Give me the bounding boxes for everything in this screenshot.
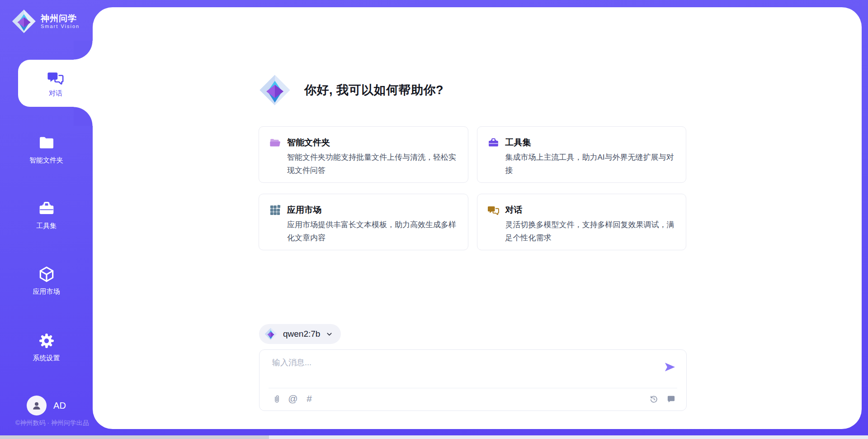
brand-logo[interactable]: 神州问学 Smart Vision — [12, 9, 80, 33]
hashtag-icon[interactable]: # — [304, 393, 315, 404]
sidebar-item-toolset[interactable]: 工具集 — [0, 200, 93, 230]
card-title: 对话 — [505, 203, 676, 217]
feature-cards: 智能文件夹 智能文件夹功能支持批量文件上传与清洗，轻松实现文件问答 工具集 集成… — [259, 126, 686, 250]
toolbox-icon — [38, 200, 56, 218]
sidebar-item-app-market[interactable]: 应用市场 — [0, 265, 93, 296]
send-icon — [664, 361, 676, 373]
chat-icon — [487, 204, 500, 216]
greeting-text: 你好, 我可以如何帮助你? — [304, 82, 443, 98]
card-title: 工具集 — [505, 136, 676, 149]
sidebar-item-label: 智能文件夹 — [29, 156, 63, 165]
sidebar-item-label: 对话 — [49, 89, 62, 98]
main-panel: 你好, 我可以如何帮助你? 智能文件夹 智能文件夹功能支持批量文件上传与清洗，轻… — [93, 7, 862, 429]
brand-subtitle: Smart Vision — [41, 24, 80, 29]
sidebar-item-label: 系统设置 — [33, 354, 60, 363]
sidebar-item-label: 应用市场 — [33, 287, 60, 296]
card-chat[interactable]: 对话 灵活切换多模型文件，支持多样回复效果调试，满足个性化需求 — [477, 194, 687, 250]
avatar — [27, 396, 47, 415]
tab-fillet-top — [74, 41, 93, 60]
card-app-market[interactable]: 应用市场 应用市场提供丰富长文本模板，助力高效生成多样化文章内容 — [259, 194, 468, 250]
card-description: 灵活切换多模型文件，支持多样回复效果调试，满足个性化需求 — [505, 218, 676, 244]
grid-cube-icon — [269, 204, 281, 216]
card-description: 集成市场上主流工具，助力AI与外界无缝扩展与对接 — [505, 151, 676, 177]
window-bottom-edge — [0, 435, 868, 439]
sidebar-item-smart-folder[interactable]: 智能文件夹 — [0, 134, 93, 165]
card-toolset[interactable]: 工具集 集成市场上主流工具，助力AI与外界无缝扩展与对接 — [477, 126, 687, 183]
chat-panel-icon[interactable] — [665, 393, 676, 404]
model-name: qwen2:7b — [283, 329, 320, 339]
brand-diamond-icon — [12, 9, 36, 33]
person-icon — [31, 400, 42, 411]
send-button[interactable] — [664, 361, 676, 373]
greeting: 你好, 我可以如何帮助你? — [259, 74, 443, 106]
composer-divider — [269, 388, 677, 388]
message-composer: @ # — [259, 349, 687, 411]
card-title: 智能文件夹 — [287, 136, 458, 149]
app-window: 神州问学 Smart Vision 对话 智能文件夹 工具集 — [0, 0, 868, 439]
folder-icon — [38, 134, 56, 152]
copyright-text: ©神州数码 · 神州问学出品 — [15, 419, 89, 427]
paperclip-icon — [272, 394, 282, 404]
toolbox-icon — [487, 137, 500, 149]
brand-name: 神州问学 — [41, 14, 80, 24]
attach-file-icon[interactable] — [271, 393, 282, 404]
composer-toolbar: @ # — [271, 393, 676, 404]
cube-icon — [38, 265, 56, 283]
folder-open-icon — [269, 137, 281, 149]
user-account[interactable]: AD — [0, 396, 93, 415]
assistant-diamond-icon — [259, 74, 291, 106]
user-initials: AD — [53, 401, 66, 411]
card-smart-folder[interactable]: 智能文件夹 智能文件夹功能支持批量文件上传与清洗，轻松实现文件问答 — [259, 126, 468, 183]
sidebar-item-label: 工具集 — [36, 222, 57, 230]
chevron-down-icon — [326, 331, 333, 338]
chat-icon — [47, 69, 64, 86]
sidebar-item-chat[interactable]: 对话 — [18, 60, 93, 107]
tab-fillet-bottom — [74, 107, 93, 126]
model-diamond-icon — [264, 328, 277, 340]
card-description: 智能文件夹功能支持批量文件上传与清洗，轻松实现文件问答 — [287, 151, 458, 177]
mention-icon[interactable]: @ — [288, 393, 298, 404]
card-description: 应用市场提供丰富长文本模板，助力高效生成多样化文章内容 — [287, 218, 458, 244]
message-input[interactable] — [271, 356, 653, 385]
card-title: 应用市场 — [287, 203, 458, 217]
sidebar-item-settings[interactable]: 系统设置 — [0, 332, 93, 363]
gear-icon — [38, 332, 56, 350]
history-icon[interactable] — [648, 393, 659, 404]
model-selector[interactable]: qwen2:7b — [259, 324, 341, 344]
